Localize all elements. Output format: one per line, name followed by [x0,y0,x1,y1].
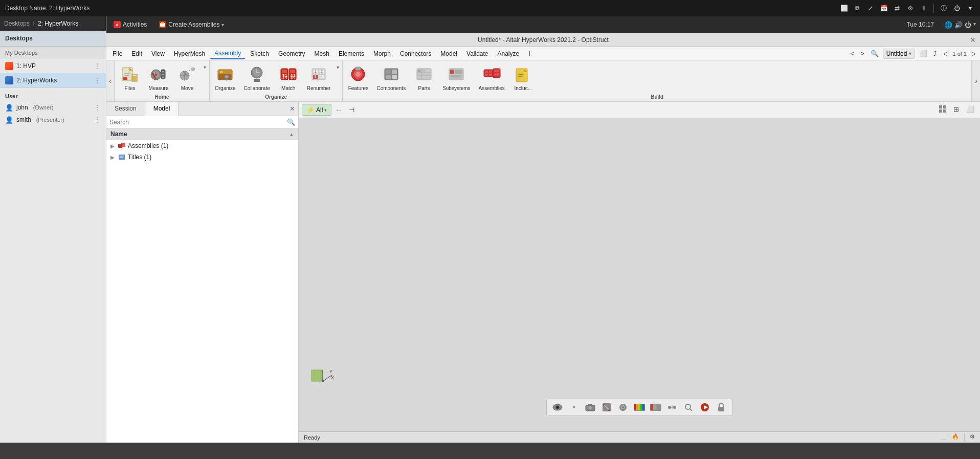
status-icon2[interactable]: 🔥 [952,433,959,442]
next-tab-icon[interactable]: ▷ [969,49,978,58]
kinematic-icon[interactable] [665,401,679,414]
monitor-icon[interactable]: ⬜ [839,4,849,13]
user-smith-menu[interactable]: ⋮ [94,116,101,124]
menu-edit[interactable]: Edit [127,49,146,59]
export-icon[interactable]: ⤴ [931,49,939,58]
single-view-icon[interactable]: ⬜ [964,104,977,116]
ribbon-item-assemblies[interactable]: Assemblies [476,62,508,93]
ribbon-item-files[interactable]: Files [117,62,143,93]
tree-expand-assemblies[interactable]: ▶ [110,143,116,149]
hw-menu-icon[interactable]: ⋮ [94,76,101,84]
user-john-menu[interactable]: ⋮ [94,103,101,112]
ribbon-scroll-left[interactable]: ‹ [106,60,115,101]
search-input[interactable] [109,119,285,126]
power-icon-top[interactable]: ⏻ [965,21,971,29]
tab-name-dropdown[interactable]: ▾ [909,51,911,56]
menu-analyze[interactable]: Analyze [494,49,524,59]
desktop-item-hyperworks[interactable]: 2: HyperWorks ⋮ [0,73,106,88]
ribbon-expand-organize[interactable]: ▾ [336,63,340,71]
ribbon-item-organize[interactable]: Organize [212,62,239,93]
power-icon[interactable]: ⏻ [952,4,962,13]
ribbon-item-features[interactable]: Features [345,62,371,93]
menu-geometry[interactable]: Geometry [274,49,309,59]
ribbon-item-renumber[interactable]: 1 2 3 4 Renumber [304,62,334,93]
create-assemblies-dropdown[interactable]: ▾ [221,22,224,28]
color-bar2-icon[interactable] [649,401,662,414]
dropdown-icon[interactable]: ▾ [966,4,975,13]
menu-hypermesh[interactable]: HyperMesh [170,49,209,59]
search2-icon[interactable] [682,401,695,414]
menu-elements[interactable]: Elements [335,49,368,59]
status-icon1[interactable]: ⬜ [941,433,948,442]
prev-tab-icon[interactable]: ◁ [941,49,950,58]
ribbon-item-measure[interactable]: Measure [145,62,172,93]
menu-morph[interactable]: Morph [369,49,395,59]
hvp-menu-icon[interactable]: ⋮ [94,62,101,70]
menu-connectors[interactable]: Connectors [396,49,435,59]
settings2-icon[interactable] [616,401,630,414]
filter-dropdown[interactable]: ▾ [324,107,327,113]
create-assemblies-button[interactable]: Create Assemblies ▾ [156,20,227,29]
menu-mesh[interactable]: Mesh [310,49,333,59]
tab-session[interactable]: Session [106,102,145,116]
search-icon[interactable]: 🔍 [287,118,295,126]
eye-icon[interactable] [551,401,564,414]
camera-icon[interactable] [584,401,597,414]
copy-icon[interactable]: ⧉ [853,4,862,13]
menu-assembly[interactable]: Assembly [210,48,245,59]
ribbon-expand-home[interactable]: ▾ [203,63,207,71]
ribbon-group-build-items: Features Compo [345,62,969,93]
menu-file[interactable]: File [108,49,126,59]
transform-icon[interactable] [600,401,613,414]
nav-back-icon[interactable]: < [849,49,857,58]
network-icon-top[interactable]: 🌐 [944,21,952,29]
user-smith-role: (Presenter) [36,117,64,123]
panel-close-button[interactable]: ✕ [289,105,295,113]
settings-icon[interactable]: ⚙ [970,433,975,442]
play-icon[interactable] [698,401,711,414]
info-icon[interactable]: ⓘ [939,4,948,13]
workspace: ✕ Session Model 🔍 Name ▲ ▶ [106,102,980,443]
search-icon[interactable]: 🔍 [868,49,881,58]
ribbon-item-match[interactable]: 7 1 2 4 2 1 3 4 Match [275,62,302,93]
menu-sketch[interactable]: Sketch [246,49,273,59]
tree-item-titles[interactable]: ▶ Titles (1) [106,151,298,163]
ribbon-item-components[interactable]: Components [373,62,409,93]
menu-model[interactable]: Model [436,49,461,59]
nav-forward-icon[interactable]: > [858,49,866,58]
tab-name-box[interactable]: Untitled ▾ [883,49,916,59]
resize-icon[interactable]: ⤢ [866,4,875,13]
menu-validate[interactable]: Validate [462,49,492,59]
window-close-button[interactable]: ✕ [970,36,976,44]
ribbon-item-parts[interactable]: Parts [411,62,437,93]
calendar-icon[interactable]: 📅 [879,4,888,13]
tree-expand-titles[interactable]: ▶ [110,155,116,160]
ribbon-item-include[interactable]: Incluc... [510,62,537,93]
bars-icon[interactable]: ⦀ [919,4,928,13]
desktops-breadcrumb[interactable]: Desktops [4,20,30,27]
dropdown-eye-icon[interactable]: ▾ [567,401,581,414]
ribbon-item-collaborate[interactable]: Collaborate [241,62,273,93]
tree-item-assemblies[interactable]: ▶ Assemblies (1) [106,140,298,151]
viewport-nav-button[interactable]: ⊣ [346,104,357,115]
activities-button[interactable]: A Activities [110,20,150,29]
tab-model[interactable]: Model [145,102,179,116]
volume-icon-top[interactable]: 🔊 [954,21,963,29]
ribbon-item-move[interactable]: Move [174,62,201,93]
color-bar-icon[interactable] [633,401,646,414]
system-dropdown-icon[interactable]: ▾ [973,21,976,29]
tree-sort-icon[interactable]: ▲ [289,132,294,137]
viewport-more-button[interactable]: ··· [333,104,344,115]
ribbon-scroll-right[interactable]: › [972,60,980,101]
network-icon[interactable]: ⇄ [893,4,902,13]
lock-icon[interactable] [715,401,728,414]
desktop-item-hvp[interactable]: 1: HVP ⋮ [0,59,106,73]
new-tab-icon[interactable]: ⬜ [917,49,929,58]
ribbon-item-subsystems[interactable]: Subsystems [439,62,473,93]
layout-icon[interactable]: ⊞ [951,104,962,116]
grid-view-icon[interactable] [937,104,949,116]
menu-view[interactable]: View [147,49,169,59]
menu-more[interactable]: I [524,49,534,59]
cancel-icon[interactable]: ⊗ [906,4,915,13]
filter-all-button[interactable]: ⚡ All ▾ [302,104,331,116]
